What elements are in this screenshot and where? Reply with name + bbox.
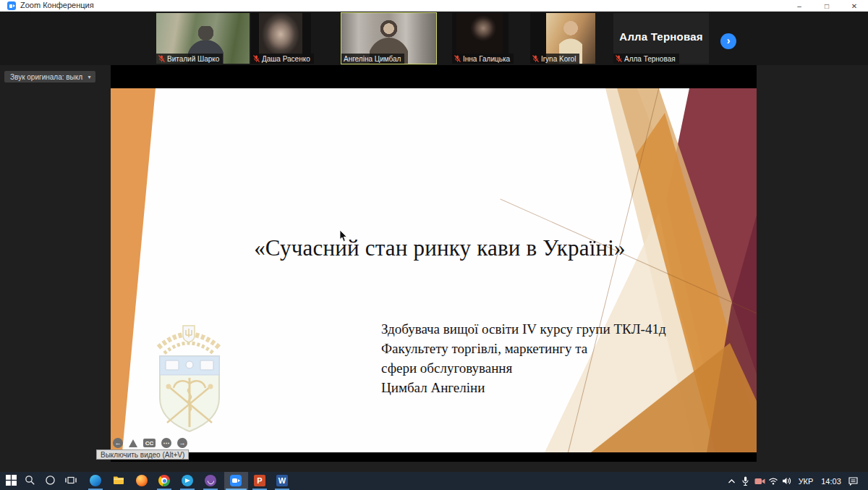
participant-name-label: Алла Терновая	[613, 54, 679, 64]
window-title: Zoom Конференция	[20, 1, 94, 9]
participant-tile[interactable]: Даша Расенко	[251, 13, 311, 64]
tray-chevron-up-icon[interactable]	[725, 472, 738, 490]
task-view-icon[interactable]	[65, 475, 77, 487]
presentation-slide: «Сучасний стан ринку кави в Україні» Здо…	[111, 88, 757, 452]
mic-muted-icon	[158, 55, 165, 62]
screen-share-area: «Сучасний стан ринку кави в Україні» Здо…	[0, 65, 868, 472]
slide-body-line: Факультету торгівлі, маркетингу та	[381, 339, 666, 358]
participant-tile[interactable]: Виталий Шарко	[156, 13, 250, 64]
previous-slide-icon[interactable]: ←	[113, 438, 123, 448]
slide-body-line: Здобувача вищої освіти IV курсу групи ТК…	[381, 319, 666, 339]
closed-captions-icon[interactable]: CC	[143, 439, 156, 447]
zoom-app-icon	[7, 1, 16, 10]
participant-name-label: Виталий Шарко	[156, 54, 223, 64]
file-explorer-icon[interactable]	[113, 475, 125, 487]
cortana-icon[interactable]	[45, 475, 57, 487]
slide-title: «Сучасний стан ринку кави в Україні»	[176, 235, 704, 261]
tray-clock[interactable]: 14:03	[817, 472, 845, 490]
zoom-meeting-window: Zoom Конференция – □ ✕ Виталий Шарко Даш…	[0, 0, 868, 490]
chrome-icon[interactable]	[158, 475, 171, 487]
participant-name-label: Iryna Korol	[530, 54, 579, 64]
edge-icon[interactable]	[90, 475, 102, 487]
action-center-icon[interactable]	[845, 472, 861, 490]
original-sound-dropdown[interactable]: ▾	[83, 71, 95, 83]
video-strip: Виталий Шарко Даша Расенко Ангеліна Цимб…	[0, 12, 868, 65]
participant-name: Інна Галицька	[463, 55, 510, 63]
minimize-button[interactable]: –	[786, 0, 813, 12]
tray-camera-in-use-icon[interactable]	[752, 472, 767, 490]
participant-name-label: Інна Галицька	[452, 54, 514, 64]
tray-language-indicator[interactable]: УКР	[794, 472, 817, 490]
mouse-cursor	[339, 230, 348, 242]
tray-speaker-icon[interactable]	[780, 472, 793, 490]
mic-muted-icon	[454, 55, 461, 62]
participant-tile-video-off[interactable]: Алла Терновая Алла Терновая	[613, 13, 709, 64]
participant-display-name: Алла Терновая	[613, 30, 709, 43]
next-slide-icon[interactable]: →	[177, 438, 187, 448]
participant-tile[interactable]: Інна Галицька	[452, 13, 509, 64]
participant-name: Iryna Korol	[541, 55, 576, 63]
powerpoint-icon[interactable]: P	[254, 475, 266, 487]
more-options-icon[interactable]: ⋯	[161, 438, 171, 448]
telegram-icon[interactable]	[182, 475, 194, 487]
participant-name-label: Ангеліна Цимбал	[341, 54, 404, 64]
presenter-controls: ← CC ⋯ →	[113, 438, 187, 448]
firefox-icon[interactable]	[136, 475, 148, 487]
mic-muted-icon	[253, 55, 260, 62]
original-sound-button[interactable]: Звук оригинала: выкл.	[4, 71, 90, 83]
start-button-icon[interactable]	[6, 475, 18, 487]
tray-microphone-icon[interactable]	[739, 472, 751, 490]
mic-muted-icon	[532, 55, 539, 62]
windows-taskbar: P W УКР 14:03	[0, 472, 868, 490]
participant-name-label: Даша Расенко	[251, 54, 314, 64]
maximize-button[interactable]: □	[813, 0, 841, 12]
zoom-taskbar-icon[interactable]	[230, 475, 242, 487]
next-participants-button[interactable]: ›	[720, 33, 736, 49]
close-button[interactable]: ✕	[841, 0, 868, 12]
search-icon[interactable]	[25, 475, 37, 487]
mic-muted-icon	[616, 55, 622, 62]
participant-name: Виталий Шарко	[167, 55, 219, 63]
participant-tile[interactable]: Iryna Korol	[530, 13, 595, 64]
window-titlebar: Zoom Конференция – □ ✕	[0, 0, 868, 12]
participant-name: Алла Терновая	[624, 55, 676, 63]
viber-icon[interactable]	[205, 475, 217, 487]
slide-body-line: сфери обслуговування	[381, 358, 666, 378]
slide-body-line: Цимбал Ангеліни	[381, 378, 666, 397]
university-emblem	[145, 317, 234, 440]
stop-video-tooltip: Выключить видео (Alt+V)	[96, 449, 189, 460]
pointer-tool-icon[interactable]	[129, 439, 137, 447]
participant-tile-active-speaker[interactable]: Ангеліна Цимбал	[341, 13, 436, 64]
word-icon[interactable]: W	[276, 475, 289, 487]
tray-wifi-icon[interactable]	[767, 472, 780, 490]
participant-name: Ангеліна Цимбал	[344, 55, 401, 63]
participant-name: Даша Расенко	[262, 55, 310, 63]
window-controls: – □ ✕	[786, 0, 868, 12]
slide-body-text: Здобувача вищої освіти IV курсу групи ТК…	[381, 319, 666, 397]
